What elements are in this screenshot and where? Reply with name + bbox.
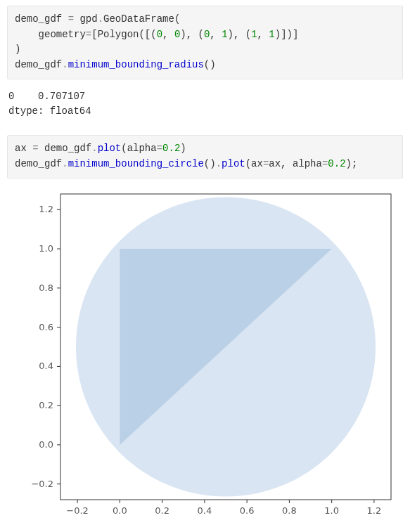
code-op: )])] — [275, 29, 299, 40]
xtick-label: 0.6 — [240, 505, 255, 516]
ytick-label: 0.4 — [39, 361, 53, 371]
code-op: ), ( — [180, 29, 204, 40]
code-num: 1 — [222, 29, 227, 40]
code-text: demo_gdf — [15, 158, 62, 169]
xtick-label: −0.2 — [66, 505, 89, 516]
code-text: demo_gdf — [15, 13, 68, 25]
code-op: = — [68, 13, 74, 25]
code-op: = — [86, 29, 91, 40]
code-op: = — [157, 143, 162, 154]
output-line: 0 0.707107 — [8, 91, 85, 102]
code-op: , — [210, 29, 222, 40]
code-num: 0 — [157, 29, 162, 40]
code-op: . — [62, 59, 68, 70]
code-num: 1 — [251, 29, 257, 40]
code-op: , — [162, 29, 174, 40]
ytick-label: 0.0 — [39, 439, 53, 449]
xtick-label: 0.2 — [155, 505, 169, 516]
code-text: gpd — [74, 13, 98, 25]
code-num: 0.2 — [328, 158, 345, 169]
code-text: ax — [15, 143, 32, 154]
code-op: = — [32, 143, 38, 154]
code-op: () — [204, 158, 216, 169]
ytick-label: 0.2 — [39, 400, 53, 410]
xtick-label: 0.0 — [113, 505, 127, 516]
code-op: ( — [174, 13, 180, 25]
code-op: ([( — [139, 29, 156, 40]
code-op: . — [216, 158, 222, 169]
ytick-label: 0.8 — [39, 282, 53, 292]
xtick-label: 0.4 — [198, 505, 212, 516]
code-op: . — [98, 13, 103, 25]
code-op: ), ( — [228, 29, 252, 40]
code-op: () — [204, 59, 216, 70]
code-text: demo_gdf — [15, 59, 62, 70]
code-class: Polygon — [98, 29, 139, 40]
code-op: ) — [180, 143, 186, 154]
plot-svg: 1.21.00.80.60.40.20.0−0.2−0.20.00.20.40.… — [10, 187, 400, 524]
code-text: ax, alpha — [269, 158, 322, 169]
code-op: (alpha — [121, 143, 156, 154]
code-op: ); — [346, 158, 358, 169]
code-method: minimum_bounding_circle — [68, 158, 204, 169]
code-text: demo_gdf — [39, 143, 92, 154]
code-op: (ax — [245, 158, 263, 169]
output-cell-1: 0 0.707107 dtype: float64 — [7, 88, 403, 128]
ytick-label: 1.2 — [39, 204, 53, 214]
output-line: dtype: float64 — [8, 105, 91, 117]
ytick-label: 1.0 — [39, 243, 53, 254]
code-op: , — [257, 29, 269, 40]
ytick-label: 0.6 — [39, 321, 53, 332]
code-text: geometry — [15, 29, 86, 40]
code-method: plot — [98, 143, 122, 154]
code-cell-1: demo_gdf = gpd.GeoDataFrame( geometry=[P… — [7, 6, 403, 79]
xtick-label: 1.0 — [324, 505, 339, 516]
ytick-label: −0.2 — [31, 478, 53, 488]
code-op: . — [62, 158, 68, 169]
code-num: 1 — [269, 29, 274, 40]
code-op: . — [91, 143, 97, 154]
xtick-label: 0.8 — [282, 505, 297, 516]
code-method: minimum_bounding_radius — [68, 59, 204, 70]
code-num: 0.2 — [162, 143, 180, 154]
plot-output: 1.21.00.80.60.40.20.0−0.2−0.20.00.20.40.… — [10, 187, 400, 524]
code-class: GeoDataFrame — [103, 13, 174, 25]
code-op: [ — [91, 29, 97, 40]
code-cell-2: ax = demo_gdf.plot(alpha=0.2) demo_gdf.m… — [7, 135, 403, 178]
code-op: ) — [15, 44, 20, 55]
code-method: plot — [222, 158, 245, 169]
xtick-label: 1.2 — [367, 505, 382, 516]
